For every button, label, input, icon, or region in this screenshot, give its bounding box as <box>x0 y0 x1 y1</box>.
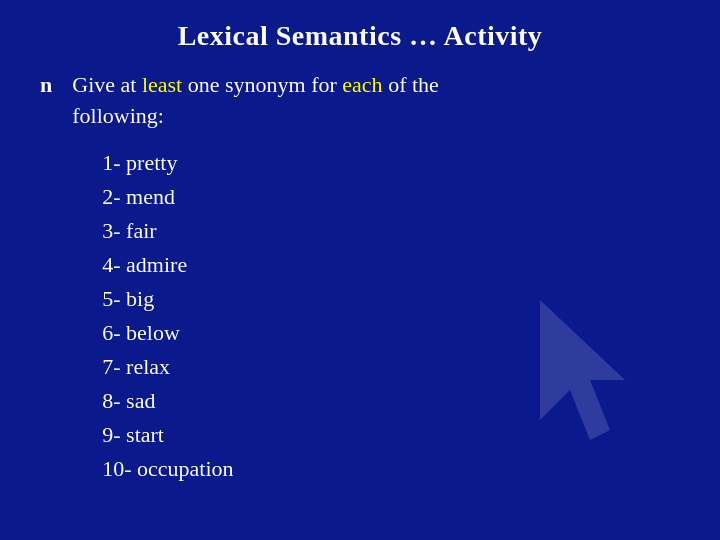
list-item: 4- admire <box>102 248 680 282</box>
instruction-the: the <box>406 72 438 97</box>
instruction-text: Give at least one synonym for each of th… <box>72 70 680 132</box>
instruction-least: least <box>142 72 182 97</box>
instruction-of: of <box>383 72 407 97</box>
instruction-following: following: <box>72 103 164 128</box>
page-title: Lexical Semantics … Activity <box>40 20 680 52</box>
instruction-each: each <box>342 72 382 97</box>
bullet-point: n <box>40 72 52 98</box>
instruction-middle: one synonym for <box>182 72 342 97</box>
list-item: 2- mend <box>102 180 680 214</box>
instruction-prefix: Give at <box>72 72 142 97</box>
list-item: 1- pretty <box>102 146 680 180</box>
list-item: 3- fair <box>102 214 680 248</box>
